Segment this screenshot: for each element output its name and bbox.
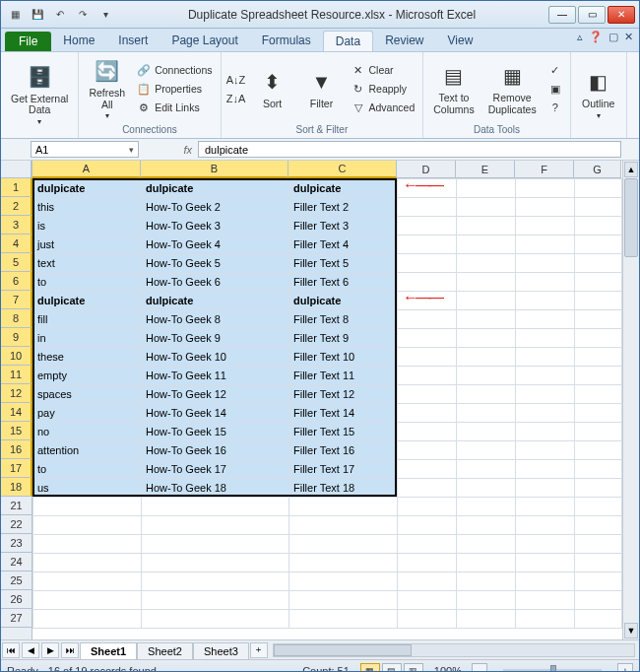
cell[interactable]: in [33,329,142,348]
row-header[interactable]: 6 [1,272,32,291]
edit-links-button[interactable]: ⚙Edit Links [135,100,214,115]
cell[interactable]: How-To Geek 14 [142,404,289,423]
cell[interactable]: us [33,479,142,498]
row-header[interactable]: 17 [1,459,32,478]
cell[interactable] [516,610,575,629]
zoom-out-button[interactable]: − [472,663,487,673]
view-pagebreak-button[interactable]: ▥ [404,663,423,673]
cell[interactable] [457,554,516,572]
cell[interactable] [516,572,575,591]
cell[interactable] [575,498,622,516]
cell[interactable] [457,423,516,441]
ribbon-minimize-icon[interactable]: ▵ [577,31,583,43]
row-header[interactable]: 26 [1,590,32,609]
tab-data[interactable]: Data [323,31,373,51]
row-header[interactable]: 1 [1,178,32,197]
cell[interactable] [516,554,575,572]
cell[interactable] [142,572,289,591]
cell[interactable] [398,479,457,498]
qat-save[interactable]: 💾 [28,5,47,25]
cell[interactable]: How-To Geek 11 [142,367,289,385]
cell[interactable] [289,498,398,516]
connections-button[interactable]: 🔗Connections [135,62,214,78]
cell[interactable] [575,198,622,217]
cell[interactable] [33,516,142,535]
cell[interactable] [575,591,622,610]
cell[interactable] [516,198,575,217]
scroll-thumb[interactable] [624,178,638,257]
scroll-up-button[interactable]: ▲ [624,162,638,177]
sort-button[interactable]: ⬍ Sort [251,65,294,112]
cell[interactable]: text [33,254,142,273]
cell[interactable] [457,329,516,348]
cell[interactable] [398,441,457,460]
sheet-nav-next[interactable]: ▶ [41,642,59,658]
cell[interactable] [398,217,457,235]
tab-view[interactable]: View [436,31,485,51]
cell[interactable] [289,591,398,610]
formula-input[interactable]: dulpicate [198,141,621,158]
cell[interactable]: Filler Text 18 [289,479,398,498]
cell[interactable] [398,498,457,516]
cell[interactable] [398,254,457,273]
cell[interactable] [516,404,575,423]
horizontal-scrollbar[interactable] [273,643,635,657]
cell[interactable] [457,535,516,554]
cell[interactable]: Filler Text 6 [289,273,398,292]
sheet-tab[interactable]: Sheet1 [80,642,137,659]
cell[interactable]: Filler Text 2 [289,198,398,217]
cell[interactable] [575,479,622,498]
qat-customize[interactable]: ▾ [96,5,115,25]
cell[interactable] [398,198,457,217]
cell[interactable] [516,235,575,254]
cell[interactable] [516,516,575,535]
column-header-G[interactable]: G [574,161,621,178]
row-header[interactable]: 24 [1,553,32,571]
cell[interactable] [398,235,457,254]
cell[interactable] [289,572,398,591]
cell[interactable]: Filler Text 9 [289,329,398,348]
cell[interactable] [457,273,516,292]
zoom-level[interactable]: 100% [434,665,462,673]
chevron-down-icon[interactable]: ▾ [129,145,134,155]
row-header[interactable]: 10 [1,347,32,366]
sheet-nav-prev[interactable]: ◀ [22,642,39,658]
row-header[interactable]: 21 [1,497,32,515]
cell[interactable] [457,479,516,498]
cell[interactable]: Filler Text 5 [289,254,398,273]
window-restore-icon[interactable]: ▢ [608,31,618,43]
cell[interactable]: dulpicate [289,179,398,198]
cell[interactable] [142,498,289,516]
cell[interactable] [33,591,142,610]
cell[interactable] [575,572,622,591]
properties-button[interactable]: 📋Properties [135,81,214,97]
cell[interactable] [575,273,622,292]
tab-home[interactable]: Home [51,31,106,51]
view-normal-button[interactable]: ▦ [360,663,380,673]
cell[interactable]: How-To Geek 18 [142,479,289,498]
cell[interactable]: Filler Text 12 [289,385,398,404]
cell[interactable] [457,235,516,254]
cell[interactable]: How-To Geek 8 [142,310,289,329]
cell[interactable]: Filler Text 8 [289,310,398,329]
cell[interactable] [398,554,457,572]
cell[interactable] [33,572,142,591]
help-icon[interactable]: ❓ [589,31,603,43]
cell[interactable] [516,329,575,348]
cell[interactable]: How-To Geek 17 [142,460,289,479]
data-validation-button[interactable]: ✓ [546,62,564,78]
tab-file[interactable]: File [5,32,51,51]
cell[interactable]: just [33,235,142,254]
cell[interactable]: How-To Geek 2 [142,198,289,217]
cell[interactable]: dulpicate [33,292,142,310]
reapply-button[interactable]: ↻Reapply [350,81,417,97]
cell[interactable]: How-To Geek 9 [142,329,289,348]
cell[interactable] [516,441,575,460]
cell[interactable] [398,591,457,610]
cell[interactable] [457,310,516,329]
cell[interactable]: How-To Geek 3 [142,217,289,235]
qat-undo[interactable]: ↶ [50,5,70,25]
row-header[interactable]: 9 [1,328,32,347]
remove-duplicates-button[interactable]: ▦ Remove Duplicates [484,59,541,117]
cell[interactable]: How-To Geek 12 [142,385,289,404]
